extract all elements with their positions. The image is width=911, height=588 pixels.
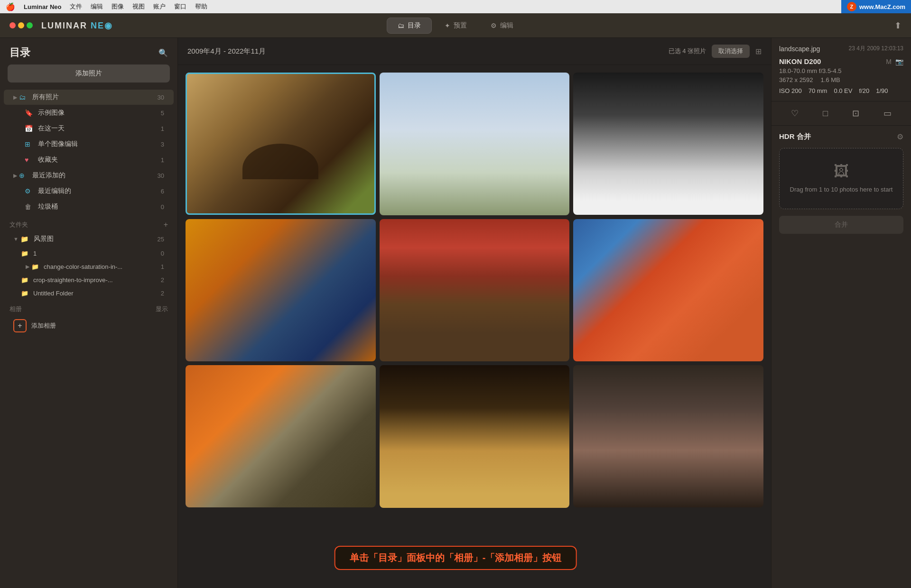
single-edit-count: 3: [161, 141, 164, 148]
chevron-icon: ▶: [13, 173, 17, 179]
recent-add-count: 30: [158, 172, 164, 179]
menu-view[interactable]: 视图: [132, 2, 145, 11]
tab-catalog[interactable]: 🗂 目录: [387, 18, 432, 34]
gear-icon[interactable]: ⚙: [897, 132, 903, 141]
watermark: Z www.MacZ.com: [841, 0, 911, 13]
menu-edit[interactable]: 编辑: [91, 2, 103, 11]
maximize-button[interactable]: [27, 22, 33, 28]
add-photo-button[interactable]: 添加照片: [8, 64, 170, 83]
meta-filesize: 1.6 MB: [821, 76, 840, 83]
sidebar-item-recent-add[interactable]: ▶ ⊕ 最近添加的 30: [4, 168, 174, 183]
catalog-icon: 🗂: [398, 22, 404, 29]
folder-icon: 📁: [20, 235, 30, 243]
sidebar-item-today[interactable]: 📅 在这一天 1: [4, 121, 174, 136]
search-icon[interactable]: 🔍: [158, 48, 168, 57]
watermark-text: www.MacZ.com: [859, 3, 905, 10]
presets-icon: ✦: [445, 22, 450, 29]
single-edit-label: 单个图像编辑: [38, 140, 161, 148]
apple-menu[interactable]: 🍎: [6, 2, 15, 11]
sidebar-item-untitled[interactable]: 📁 Untitled Folder 2: [4, 287, 174, 300]
photo-cell-3[interactable]: [573, 73, 763, 215]
app-window: LUMINAR NE◉ 🗂 目录 ✦ 预置 ⚙ 编辑 ⬆ 目录: [0, 13, 911, 588]
recent-add-label: 最近添加的: [32, 171, 158, 180]
sidebar-item-all-photos[interactable]: ▶ 🗂 所有照片 30: [4, 90, 174, 105]
today-label: 在这一天: [38, 124, 161, 133]
hdr-header: HDR 合并 ⚙: [779, 132, 903, 141]
hdr-drop-zone[interactable]: 🖼 Drag from 1 to 10 photos here to start: [779, 148, 903, 209]
untitled-count: 2: [161, 290, 164, 297]
sidebar-item-favorites[interactable]: ♥ 收藏夹 1: [4, 152, 174, 167]
bookmark-icon: 🔖: [25, 109, 34, 117]
menu-window[interactable]: 窗口: [174, 2, 186, 11]
menu-help[interactable]: 帮助: [195, 2, 207, 11]
sliders-icon: ⚙: [25, 187, 34, 195]
tab-presets[interactable]: ✦ 预置: [434, 18, 478, 34]
photo-cell-2[interactable]: [380, 73, 570, 215]
add-folder-button[interactable]: +: [164, 220, 168, 229]
date-range: 2009年4月 - 2022年11月: [187, 47, 266, 56]
all-photos-count: 30: [158, 94, 164, 101]
favorite-button[interactable]: ♡: [787, 106, 802, 120]
sidebar-item-single-edit[interactable]: ⊞ 单个图像编辑 3: [4, 137, 174, 152]
meta-icons: M 📷: [886, 58, 903, 65]
minimize-button[interactable]: [18, 22, 24, 28]
meta-camera: NIKON D200: [779, 57, 821, 65]
folders-label: 文件夹: [9, 220, 28, 229]
sidebar-item-change-color[interactable]: ▶ 📁 change-color-saturation-in-... 1: [4, 260, 174, 273]
sidebar-item-trash[interactable]: 🗑 垃圾桶 0: [4, 199, 174, 214]
deselect-button[interactable]: 取消选择: [712, 45, 750, 58]
app-name[interactable]: Luminar Neo: [24, 3, 61, 10]
close-button[interactable]: [9, 22, 16, 28]
hdr-merge-button: 合并: [779, 216, 903, 234]
toolbar-tabs: 🗂 目录 ✦ 预置 ⚙ 编辑: [387, 18, 524, 34]
photo-cell-9[interactable]: [573, 365, 763, 507]
compare-button[interactable]: ⊡: [848, 106, 863, 120]
tab-edit[interactable]: ⚙ 编辑: [480, 18, 524, 34]
camera-icon: 📷: [895, 58, 903, 65]
sidebar-item-landscapes[interactable]: ▼ 📁 风景图 25: [4, 231, 174, 247]
photo-cell-4[interactable]: [186, 219, 376, 361]
folders-section-title: 文件夹 +: [0, 215, 177, 231]
examples-count: 5: [161, 110, 164, 117]
photo-cell-7[interactable]: [186, 365, 376, 507]
meta-dims-row: 3672 x 2592 1.6 MB: [779, 76, 903, 83]
selected-count: 已选 4 张照片: [669, 47, 706, 55]
folder-icon: 📁: [21, 276, 29, 284]
trash-icon: 🗑: [25, 203, 34, 211]
crop-button[interactable]: ▭: [880, 106, 895, 120]
logo-luminar: LUMINAR: [41, 21, 87, 30]
photo-cell-1[interactable]: [186, 73, 376, 215]
calendar-icon: 📅: [25, 125, 34, 132]
add-album-container: + 添加相册: [4, 316, 174, 335]
annotation-banner: 单击「目录」面板中的「相册」-「添加相册」按钮: [350, 552, 562, 563]
sidebar-item-crop[interactable]: 📁 crop-straighten-to-improve-... 2: [4, 274, 174, 286]
trash-label: 垃圾桶: [38, 202, 161, 211]
menu-file[interactable]: 文件: [70, 2, 82, 11]
flag-button[interactable]: □: [819, 106, 832, 120]
content: 目录 🔍 添加照片 ▶ 🗂 所有照片 30 🔖 示例图像 5: [0, 38, 911, 588]
untitled-label: Untitled Folder: [33, 290, 161, 297]
photo-cell-6[interactable]: [573, 219, 763, 361]
menu-image[interactable]: 图像: [112, 2, 124, 11]
add-album-button[interactable]: +: [13, 319, 27, 332]
album-section-header: 相册 显示: [0, 300, 177, 315]
photo-cell-5[interactable]: [380, 219, 570, 362]
share-button[interactable]: ⬆: [894, 20, 902, 31]
folder-icon: 📁: [21, 250, 29, 257]
menu-account[interactable]: 账户: [153, 2, 166, 11]
folder-icon: 🗂: [19, 93, 28, 101]
sidebar-item-examples[interactable]: 🔖 示例图像 5: [4, 105, 174, 120]
plus-circle-icon: ⊕: [19, 172, 28, 179]
hdr-section: HDR 合并 ⚙ 🖼 Drag from 1 to 10 photos here…: [772, 126, 911, 588]
all-photos-label: 所有照片: [32, 93, 158, 101]
crop-count: 2: [161, 276, 164, 284]
layout-icon[interactable]: ⊞: [755, 47, 762, 56]
photo-cell-8[interactable]: [380, 365, 570, 508]
sidebar-item-folder1[interactable]: 📁 1 0: [4, 247, 174, 260]
landscapes-count: 25: [158, 236, 164, 243]
trash-count: 0: [161, 203, 164, 211]
sidebar-item-recent-edit[interactable]: ⚙ 最近编辑的 6: [4, 184, 174, 199]
m-badge: M: [886, 58, 892, 65]
chevron-icon: ▶: [26, 264, 29, 270]
toolbar: LUMINAR NE◉ 🗂 目录 ✦ 预置 ⚙ 编辑 ⬆: [0, 13, 911, 38]
